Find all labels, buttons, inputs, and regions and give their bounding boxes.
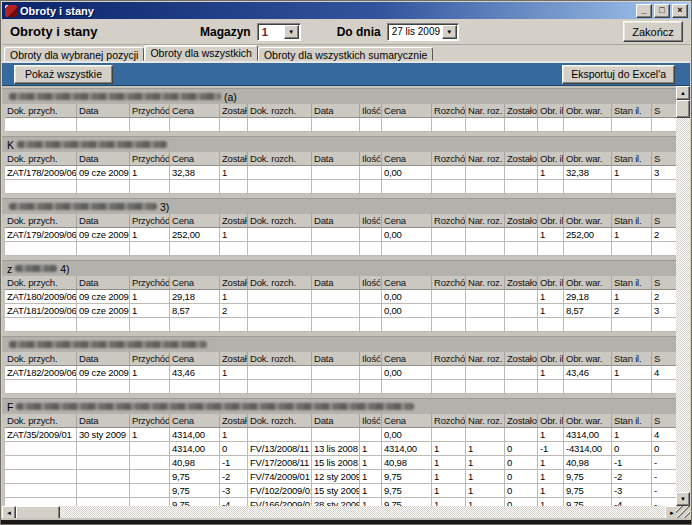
table-cell[interactable]: [360, 304, 382, 318]
table-cell[interactable]: [130, 442, 170, 456]
table-cell[interactable]: [5, 118, 77, 132]
table-cell[interactable]: 1: [432, 442, 466, 456]
table-row[interactable]: 40,98-1FV/17/2008/1115 lis 2008140,98110…: [2, 456, 679, 470]
table-cell[interactable]: [466, 318, 505, 332]
table-cell[interactable]: [77, 470, 130, 484]
table-cell[interactable]: 1: [220, 428, 248, 442]
table-cell[interactable]: 1: [130, 228, 170, 242]
date-select[interactable]: 27 lis 2009 ▼: [387, 23, 459, 41]
table-cell[interactable]: 1: [360, 456, 382, 470]
table-cell[interactable]: 3: [652, 166, 679, 180]
table-cell[interactable]: 09 cze 2009: [77, 304, 130, 318]
table-cell[interactable]: 0: [220, 442, 248, 456]
vertical-scrollbar[interactable]: ▲ ▼: [676, 86, 690, 506]
table-cell[interactable]: [220, 118, 248, 132]
show-all-button[interactable]: Pokaż wszystkie: [14, 65, 113, 84]
table-cell[interactable]: [5, 318, 77, 332]
table-cell[interactable]: [5, 470, 77, 484]
table-cell[interactable]: 43,46: [170, 366, 220, 380]
table-cell[interactable]: [220, 180, 248, 194]
scroll-up-icon[interactable]: ▲: [676, 86, 690, 100]
table-cell[interactable]: 0: [505, 456, 538, 470]
table-cell[interactable]: [505, 242, 538, 256]
table-row[interactable]: 4314,000FV/13/2008/1113 lis 200814314,00…: [2, 442, 679, 456]
table-cell[interactable]: 0,00: [382, 290, 432, 304]
table-cell[interactable]: 4314,00: [382, 442, 432, 456]
table-row[interactable]: [2, 380, 679, 394]
table-cell[interactable]: [505, 290, 538, 304]
table-cell[interactable]: [248, 428, 312, 442]
table-cell[interactable]: [382, 118, 432, 132]
table-cell[interactable]: [466, 166, 505, 180]
maximize-button[interactable]: □: [654, 4, 670, 18]
table-cell[interactable]: ZAT/178/2009/06: [5, 166, 77, 180]
table-cell[interactable]: 1: [538, 228, 564, 242]
table-cell[interactable]: 1: [538, 456, 564, 470]
table-cell[interactable]: -1: [538, 442, 564, 456]
table-row[interactable]: [2, 318, 679, 332]
table-cell[interactable]: [130, 318, 170, 332]
table-cell[interactable]: 1: [432, 484, 466, 498]
table-cell[interactable]: 9,75: [564, 470, 612, 484]
table-cell[interactable]: 1: [130, 428, 170, 442]
table-cell[interactable]: 1: [130, 304, 170, 318]
table-cell[interactable]: -3: [220, 484, 248, 498]
table-cell[interactable]: 0: [652, 442, 679, 456]
minimize-button[interactable]: _: [636, 4, 652, 18]
table-cell[interactable]: [5, 498, 77, 506]
table-cell[interactable]: [505, 166, 538, 180]
table-cell[interactable]: 1: [360, 498, 382, 506]
table-cell[interactable]: 9,75: [170, 498, 220, 506]
table-cell[interactable]: 1: [466, 484, 505, 498]
table-cell[interactable]: [564, 180, 612, 194]
table-cell[interactable]: 1: [612, 366, 652, 380]
table-row[interactable]: [2, 118, 679, 132]
table-cell[interactable]: 2: [652, 228, 679, 242]
table-row[interactable]: ZAT/35/2009/0130 sty 200914314,0010,0014…: [2, 428, 679, 442]
table-cell[interactable]: ZAT/180/2009/06: [5, 290, 77, 304]
table-cell[interactable]: 13 lis 2008: [312, 442, 360, 456]
table-cell[interactable]: 1: [220, 366, 248, 380]
table-cell[interactable]: 1: [538, 428, 564, 442]
table-cell[interactable]: 1: [612, 228, 652, 242]
table-cell[interactable]: 0: [505, 442, 538, 456]
table-cell[interactable]: [312, 166, 360, 180]
table-cell[interactable]: [130, 470, 170, 484]
table-cell[interactable]: 1: [130, 290, 170, 304]
chevron-down-icon[interactable]: ▼: [442, 25, 457, 39]
table-cell[interactable]: 1: [612, 166, 652, 180]
table-cell[interactable]: 12 sty 2009: [312, 470, 360, 484]
table-cell[interactable]: 09 cze 2009: [77, 366, 130, 380]
table-cell[interactable]: [360, 318, 382, 332]
table-cell[interactable]: [360, 366, 382, 380]
table-cell[interactable]: [130, 484, 170, 498]
table-cell[interactable]: 32,38: [170, 166, 220, 180]
table-cell[interactable]: [466, 304, 505, 318]
table-cell[interactable]: 1: [432, 470, 466, 484]
table-cell[interactable]: 09 cze 2009: [77, 228, 130, 242]
table-row[interactable]: ZAT/179/2009/0609 cze 20091252,0010,0012…: [2, 228, 679, 242]
table-cell[interactable]: 3: [652, 304, 679, 318]
table-cell[interactable]: 1: [130, 166, 170, 180]
table-cell[interactable]: 1: [538, 304, 564, 318]
table-cell[interactable]: 1: [538, 366, 564, 380]
table-cell[interactable]: [312, 290, 360, 304]
table-cell[interactable]: FV/166/2009/01: [248, 498, 312, 506]
table-cell[interactable]: 4: [652, 428, 679, 442]
table-cell[interactable]: [652, 242, 679, 256]
table-cell[interactable]: [466, 242, 505, 256]
table-cell[interactable]: [312, 242, 360, 256]
table-cell[interactable]: ZAT/181/2009/06: [5, 304, 77, 318]
table-row[interactable]: [2, 242, 679, 256]
table-cell[interactable]: [248, 180, 312, 194]
table-cell[interactable]: [466, 180, 505, 194]
table-cell[interactable]: 0,00: [382, 228, 432, 242]
table-cell[interactable]: [248, 304, 312, 318]
magazyn-select[interactable]: 1 ▼: [257, 23, 301, 41]
table-cell[interactable]: 1: [360, 442, 382, 456]
table-cell[interactable]: ZAT/182/2009/06: [5, 366, 77, 380]
table-cell[interactable]: 15 lis 2008: [312, 456, 360, 470]
table-cell[interactable]: [538, 318, 564, 332]
table-cell[interactable]: [538, 242, 564, 256]
table-cell[interactable]: [77, 442, 130, 456]
